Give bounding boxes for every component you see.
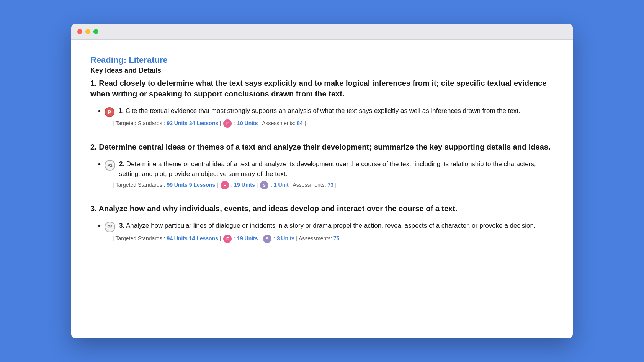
link-10-units[interactable]: 10 Units <box>237 120 258 126</box>
link-92-units[interactable]: 92 Units 34 Lessons <box>167 120 218 126</box>
link-1-unit[interactable]: 1 Unit <box>274 182 289 188</box>
targeted-line-2-1: [ Targeted Standards : 99 Units 9 Lesson… <box>98 181 554 189</box>
link-assess-84[interactable]: 84 <box>297 120 303 126</box>
titlebar <box>71 24 573 40</box>
badge-s-2: S <box>263 235 271 243</box>
link-19-units-f[interactable]: 19 Units <box>234 182 255 188</box>
standard-2-group: 2. Determine central ideas or themes of … <box>90 142 554 189</box>
link-assess-73[interactable]: 73 <box>327 182 333 188</box>
targeted-line-1-1: [ Targeted Standards : 92 Units 34 Lesso… <box>98 119 554 128</box>
section-heading: Key Ideas and Details <box>90 67 554 75</box>
list-item: • P 1. Cite the textual evidence that mo… <box>98 106 554 128</box>
standard-1-group: 1. Read closely to determine what the te… <box>90 78 554 128</box>
bullet-1-1-text: 1. Cite the textual evidence that most s… <box>118 106 554 116</box>
bullet-dot: • <box>98 160 101 169</box>
maximize-button[interactable] <box>93 29 98 34</box>
standard-2-title: 2. Determine central ideas or themes of … <box>90 142 554 152</box>
close-button[interactable] <box>77 29 82 34</box>
main-content: Reading: Literature Key Ideas and Detail… <box>71 40 573 338</box>
targeted-line-3-1: [ Targeted Standards : 94 Units 14 Lesso… <box>98 235 554 243</box>
bullet-dot: • <box>98 222 101 230</box>
link-assess-75[interactable]: 75 <box>333 235 340 241</box>
link-3-units[interactable]: 3 Units <box>277 235 295 241</box>
app-window: Reading: Literature Key Ideas and Detail… <box>71 24 573 338</box>
link-99-units[interactable]: 99 Units 9 Lessons <box>167 182 215 188</box>
badge-p2-1: P2 <box>105 160 115 171</box>
badge-f-1: F <box>223 119 232 128</box>
standard-3-title: 3. Analyze how and why individuals, even… <box>90 203 554 214</box>
bullet-row: • P 1. Cite the textual evidence that mo… <box>98 106 554 117</box>
badge-f-2: F <box>221 181 229 189</box>
category-title: Reading: Literature <box>90 55 554 65</box>
list-item: • P2 3. Analyze how particular lines of … <box>98 221 554 243</box>
bullet-2-1-text: 2. Determine a theme or central idea of … <box>119 159 554 179</box>
bullet-dot: • <box>98 107 101 116</box>
badge-f-3: F <box>223 235 232 243</box>
link-19-units-f2[interactable]: 19 Units <box>237 235 258 241</box>
badge-p: P <box>105 107 114 117</box>
badge-s-1: S <box>260 181 268 189</box>
badge-p2-2: P2 <box>105 222 115 232</box>
bullet-3-1-text: 3. Analyze how particular lines of dialo… <box>119 221 554 231</box>
minimize-button[interactable] <box>85 29 90 34</box>
standard-3-bullets: • P2 3. Analyze how particular lines of … <box>90 221 554 243</box>
standard-3-group: 3. Analyze how and why individuals, even… <box>90 203 554 243</box>
standard-1-bullets: • P 1. Cite the textual evidence that mo… <box>90 106 554 128</box>
standard-1-title: 1. Read closely to determine what the te… <box>90 78 554 99</box>
standard-2-bullets: • P2 2. Determine a theme or central ide… <box>90 159 554 189</box>
bullet-row: • P2 3. Analyze how particular lines of … <box>98 221 554 232</box>
list-item: • P2 2. Determine a theme or central ide… <box>98 159 554 189</box>
link-94-units[interactable]: 94 Units 14 Lessons <box>167 235 218 241</box>
bullet-row: • P2 2. Determine a theme or central ide… <box>98 159 554 179</box>
